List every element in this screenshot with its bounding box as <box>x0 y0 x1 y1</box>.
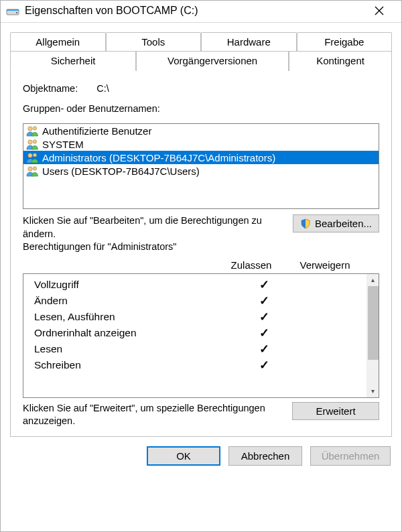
permission-row: Vollzugriff✓ <box>34 277 362 293</box>
permission-row: Ordnerinhalt anzeigen✓ <box>34 325 362 341</box>
scroll-up-arrow[interactable]: ▴ <box>366 274 379 286</box>
ok-button[interactable]: OK <box>147 446 220 466</box>
scroll-down-arrow[interactable]: ▾ <box>366 385 379 397</box>
tab-panel-security: Objektname: C:\ Gruppen- oder Benutzerna… <box>10 70 392 437</box>
svg-point-4 <box>33 127 36 130</box>
svg-point-5 <box>28 140 32 144</box>
permission-row: Ändern✓ <box>34 293 362 309</box>
permission-row: Lesen✓ <box>34 341 362 357</box>
tab-tools[interactable]: Tools <box>106 32 202 52</box>
permissions-for-label: Berechtigungen für "Administrators" <box>23 241 177 252</box>
scrollbar[interactable]: ▴ ▾ <box>366 274 379 397</box>
permission-name: Schreiben <box>34 359 231 371</box>
permission-allow-cell: ✓ <box>231 311 297 323</box>
permissions-list: Vollzugriff✓Ändern✓Lesen, Ausführen✓Ordn… <box>23 273 379 398</box>
advanced-hint-text: Klicken Sie auf "Erweitert", um speziell… <box>23 402 284 428</box>
svg-point-2 <box>16 12 17 13</box>
window-title: Eigenschaften von BOOTCAMP (C:) <box>25 5 198 17</box>
edit-button-label: Bearbeiten... <box>315 218 372 229</box>
permission-name: Lesen, Ausführen <box>34 311 231 323</box>
permission-allow-cell: ✓ <box>231 279 297 291</box>
check-icon: ✓ <box>259 294 269 308</box>
user-list-item[interactable]: Users (DESKTOP-7B64J7C\Users) <box>23 164 379 178</box>
users-icon <box>26 138 40 150</box>
user-list-item-label: Authentifizierte Benutzer <box>42 125 151 137</box>
advanced-button[interactable]: Erweitert <box>292 402 379 420</box>
user-list[interactable]: Authentifizierte BenutzerSYSTEMAdministr… <box>23 123 379 209</box>
edit-button[interactable]: Bearbeiten... <box>293 214 379 232</box>
apply-button[interactable]: Übernehmen <box>310 446 391 466</box>
users-icon <box>26 165 40 177</box>
tab-sicherheit[interactable]: Sicherheit <box>10 51 136 71</box>
tab-hardware[interactable]: Hardware <box>201 32 297 52</box>
tab-freigabe[interactable]: Freigabe <box>297 32 393 52</box>
permission-row: Lesen, Ausführen✓ <box>34 309 362 325</box>
shield-icon <box>300 218 311 229</box>
svg-point-10 <box>33 167 36 170</box>
scroll-thumb[interactable] <box>368 286 379 360</box>
svg-point-8 <box>33 153 36 157</box>
column-deny: Verweigern <box>288 259 362 271</box>
object-name-label: Objektname: <box>23 83 78 94</box>
tab-kontingent[interactable]: Kontingent <box>289 51 392 71</box>
user-list-item-label: Users (DESKTOP-7B64J7C\Users) <box>42 165 200 177</box>
dialog-button-bar: OK Abbrechen Übernehmen <box>1 437 401 476</box>
drive-icon <box>6 5 19 17</box>
cancel-button[interactable]: Abbrechen <box>228 446 302 466</box>
user-list-item-label: SYSTEM <box>42 139 84 150</box>
tab-vorgaengerversionen[interactable]: Vorgängerversionen <box>136 51 289 71</box>
check-icon: ✓ <box>259 326 269 340</box>
column-allow: Zulassen <box>214 259 288 271</box>
user-list-item[interactable]: Administrators (DESKTOP-7B64J7C\Administ… <box>23 151 379 164</box>
users-icon <box>26 151 40 163</box>
svg-point-3 <box>28 127 32 131</box>
close-button[interactable] <box>375 6 393 15</box>
svg-point-7 <box>28 153 32 157</box>
svg-point-6 <box>33 140 36 143</box>
object-name-value: C:\ <box>96 83 109 94</box>
permission-allow-cell: ✓ <box>231 327 297 339</box>
user-list-item-label: Administrators (DESKTOP-7B64J7C\Administ… <box>42 152 275 163</box>
permission-name: Vollzugriff <box>34 279 231 291</box>
permission-allow-cell: ✓ <box>231 343 297 355</box>
user-list-item[interactable]: SYSTEM <box>23 137 379 151</box>
user-list-item[interactable]: Authentifizierte Benutzer <box>23 124 379 137</box>
check-icon: ✓ <box>259 342 269 356</box>
permission-allow-cell: ✓ <box>231 359 297 371</box>
permission-row: Schreiben✓ <box>34 357 362 373</box>
permission-name: Ordnerinhalt anzeigen <box>34 327 231 339</box>
users-icon <box>26 125 40 137</box>
check-icon: ✓ <box>259 358 269 372</box>
check-icon: ✓ <box>259 278 269 291</box>
permission-name: Ändern <box>34 295 231 307</box>
svg-point-9 <box>28 167 32 171</box>
tab-allgemein[interactable]: Allgemein <box>10 32 106 52</box>
tab-strip: Allgemein Tools Hardware Freigabe Sicher… <box>10 32 392 71</box>
svg-rect-1 <box>7 9 19 11</box>
groups-users-label: Gruppen- oder Benutzernamen: <box>23 103 379 114</box>
permission-allow-cell: ✓ <box>231 295 297 307</box>
titlebar: Eigenschaften von BOOTCAMP (C:) <box>1 1 401 23</box>
check-icon: ✓ <box>259 310 269 324</box>
permission-name: Lesen <box>34 343 231 355</box>
edit-hint-text: Klicken Sie auf "Bearbeiten", um die Ber… <box>23 215 262 239</box>
